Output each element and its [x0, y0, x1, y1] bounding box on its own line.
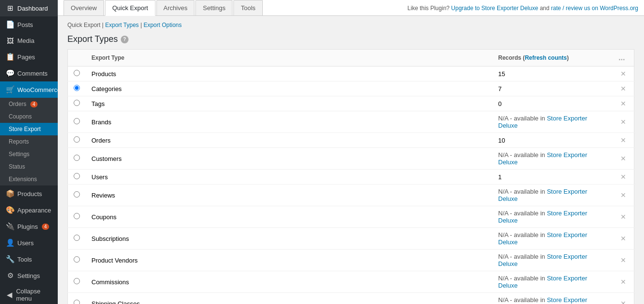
remove-row-button[interactable]: ✕	[618, 235, 628, 242]
deluxe-link[interactable]: Store Exporter Deluxe	[498, 296, 587, 304]
breadcrumb-link-export-options[interactable]: Export Options	[143, 22, 181, 28]
sidebar-item-pages[interactable]: 📋 Pages	[0, 49, 58, 65]
export-type-radio[interactable]	[74, 213, 80, 219]
refresh-counts-link[interactable]: Refresh counts	[525, 54, 567, 61]
export-type-radio[interactable]	[74, 85, 80, 91]
export-type-radio[interactable]	[74, 191, 80, 198]
row-records: N/A - available in Store Exporter Deluxe	[492, 228, 613, 250]
sidebar-item-extensions[interactable]: Extensions	[0, 173, 58, 185]
sidebar-item-status[interactable]: Status	[0, 160, 58, 173]
sidebar-item-comments[interactable]: 💬 Comments	[0, 65, 58, 81]
help-icon[interactable]: ?	[121, 36, 129, 43]
sidebar-item-dashboard[interactable]: ⊞ Dashboard	[0, 0, 58, 16]
tab-archives[interactable]: Archives	[156, 0, 195, 15]
table-row: Product VendorsN/A - available in Store …	[68, 250, 634, 271]
remove-row-button[interactable]: ✕	[618, 155, 628, 162]
sidebar-item-media[interactable]: 🖼 Media	[0, 33, 58, 49]
remove-row-button[interactable]: ✕	[618, 100, 628, 107]
remove-row-button[interactable]: ✕	[618, 85, 628, 93]
row-action-cell: ✕	[613, 96, 634, 111]
row-action-cell: ✕	[613, 66, 634, 81]
row-type-label: Orders	[86, 133, 492, 148]
and-text: and	[540, 5, 549, 12]
sidebar-item-tools[interactable]: 🔧 Tools	[0, 251, 58, 267]
sidebar-item-plugins[interactable]: 🔌 Plugins 4	[0, 218, 58, 235]
export-type-radio[interactable]	[74, 155, 80, 161]
export-type-radio[interactable]	[74, 278, 80, 284]
sidebar-item-settings[interactable]: ⚙ Settings	[0, 267, 58, 284]
tab-overview[interactable]: Overview	[64, 0, 104, 15]
tab-bar: Overview Quick Export Archives Settings …	[64, 0, 264, 15]
deluxe-link[interactable]: Store Exporter Deluxe	[498, 253, 587, 267]
export-type-radio[interactable]	[74, 235, 80, 241]
deluxe-link[interactable]: Store Exporter Deluxe	[498, 210, 587, 224]
row-type-label: Users	[86, 170, 492, 185]
sidebar-item-label: Plugins	[17, 223, 38, 230]
row-records: N/A - available in Store Exporter Deluxe	[492, 271, 613, 293]
deluxe-link[interactable]: Store Exporter Deluxe	[498, 275, 587, 289]
row-action-cell: ✕	[613, 206, 634, 228]
export-type-radio[interactable]	[74, 300, 80, 304]
deluxe-link[interactable]: Store Exporter Deluxe	[498, 151, 587, 166]
sidebar-item-woocommerce[interactable]: 🛒 WooCommerce	[0, 81, 58, 98]
deluxe-link[interactable]: Store Exporter Deluxe	[498, 115, 587, 129]
row-type-label: Product Vendors	[86, 250, 492, 271]
tab-quick-export[interactable]: Quick Export	[105, 0, 155, 16]
woocommerce-icon: 🛒	[6, 85, 14, 94]
row-action-cell: ✕	[613, 133, 634, 148]
row-records: 1	[492, 170, 613, 185]
deluxe-link[interactable]: Store Exporter Deluxe	[498, 188, 587, 202]
breadcrumb-link-export-types[interactable]: Export Types	[105, 22, 139, 28]
sidebar-item-settings-woo[interactable]: Settings	[0, 148, 58, 160]
remove-row-button[interactable]: ✕	[618, 278, 628, 286]
table-row: Categories7✕	[68, 81, 634, 96]
row-type-label: Tags	[86, 96, 492, 111]
table-row: Tags0✕	[68, 96, 634, 111]
upgrade-link[interactable]: Upgrade to Store Exporter Deluxe	[451, 5, 538, 12]
sidebar-item-coupons[interactable]: Coupons	[0, 110, 58, 123]
remove-row-button[interactable]: ✕	[618, 213, 628, 221]
export-type-radio[interactable]	[74, 70, 80, 76]
dots-icon: ...	[618, 53, 625, 62]
tab-settings[interactable]: Settings	[195, 0, 232, 15]
row-records: N/A - available in Store Exporter Deluxe	[492, 111, 613, 133]
row-radio-cell	[68, 170, 86, 185]
export-type-radio[interactable]	[74, 136, 80, 143]
sidebar-item-collapse[interactable]: ◀ Collapse menu	[0, 284, 58, 304]
remove-row-button[interactable]: ✕	[618, 173, 628, 181]
section-title-text: Export Types	[67, 34, 118, 44]
sidebar-item-products[interactable]: 📦 Products	[0, 185, 58, 202]
sidebar-item-users[interactable]: 👤 Users	[0, 235, 58, 251]
remove-row-button[interactable]: ✕	[618, 118, 628, 126]
sidebar-item-store-export[interactable]: Store Export	[0, 123, 58, 135]
remove-row-button[interactable]: ✕	[618, 256, 628, 264]
export-type-radio[interactable]	[74, 256, 80, 263]
sidebar-item-appearance[interactable]: 🎨 Appearance	[0, 202, 58, 218]
export-table: Export Type Records (Refresh counts) ...…	[67, 49, 634, 304]
remove-row-button[interactable]: ✕	[618, 300, 628, 304]
sidebar-item-label: WooCommerce	[17, 86, 58, 93]
export-type-radio[interactable]	[74, 118, 80, 124]
row-radio-cell	[68, 185, 86, 206]
table-row: Products15✕	[68, 66, 634, 81]
na-text: N/A - available in Store Exporter Deluxe	[498, 151, 587, 166]
row-type-label: Reviews	[86, 185, 492, 206]
remove-row-button[interactable]: ✕	[618, 70, 628, 78]
rate-link[interactable]: rate / review us on WordPress.org	[551, 5, 638, 12]
export-type-radio[interactable]	[74, 173, 80, 179]
tab-tools[interactable]: Tools	[233, 0, 262, 15]
sidebar-item-orders[interactable]: Orders 4	[0, 98, 58, 110]
deluxe-link[interactable]: Store Exporter Deluxe	[498, 231, 587, 246]
sidebar-item-label: Tools	[17, 256, 32, 263]
posts-icon: 📄	[6, 20, 14, 29]
export-type-radio[interactable]	[74, 100, 80, 106]
row-radio-cell	[68, 96, 86, 111]
sidebar-item-reports[interactable]: Reports	[0, 135, 58, 148]
breadcrumb-root: Quick Export	[67, 22, 101, 28]
sidebar-item-posts[interactable]: 📄 Posts	[0, 16, 58, 33]
remove-row-button[interactable]: ✕	[618, 136, 628, 144]
remove-row-button[interactable]: ✕	[618, 191, 628, 199]
table-row: Users1✕	[68, 170, 634, 185]
sidebar: ⊞ Dashboard 📄 Posts 🖼 Media 📋 Pages 💬 Co…	[0, 0, 58, 304]
table-row: BrandsN/A - available in Store Exporter …	[68, 111, 634, 133]
